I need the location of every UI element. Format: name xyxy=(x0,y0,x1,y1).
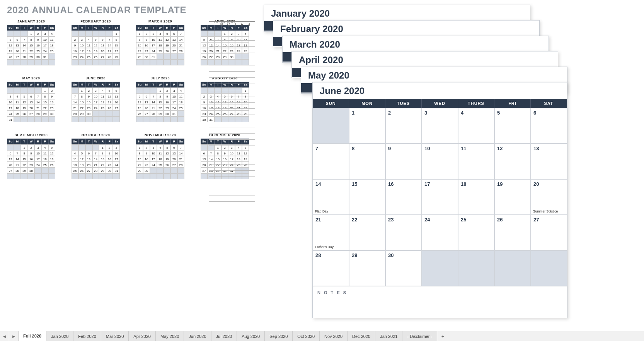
sheet-tab[interactable]: Dec 2020 xyxy=(348,331,375,341)
month-day-cell[interactable]: 17 xyxy=(422,179,458,215)
month-day-cell[interactable] xyxy=(422,250,458,286)
month-day-cell[interactable]: 1 xyxy=(349,108,385,144)
mini-day-cell: 31 xyxy=(150,54,157,60)
mini-day-header: Sa xyxy=(177,82,184,87)
mini-day-cell: 9 xyxy=(201,99,208,105)
sheet-tab[interactable]: Full 2020 xyxy=(19,331,46,341)
mini-day-cell: 18 xyxy=(177,99,184,105)
tab-add-button[interactable]: + xyxy=(437,331,448,341)
month-day-cell[interactable]: 18 xyxy=(458,179,494,215)
mini-day-cell xyxy=(21,173,28,179)
mini-day-cell: 5 xyxy=(106,87,113,93)
mini-day-cell xyxy=(201,173,208,179)
month-day-cell[interactable]: 13 xyxy=(531,144,567,179)
month-day-cell[interactable]: 9 xyxy=(385,144,422,179)
mini-day-cell: 26 xyxy=(48,162,55,168)
sheet-tab[interactable]: Jan 2021 xyxy=(375,331,402,341)
mini-day-cell xyxy=(78,173,85,179)
day-number: 22 xyxy=(352,217,383,223)
month-day-cell[interactable]: 6 xyxy=(531,108,567,144)
month-day-cell[interactable]: 22 xyxy=(349,215,385,250)
mini-day-header: R xyxy=(34,82,41,87)
month-day-cell[interactable]: 2 xyxy=(385,108,422,144)
sheet-tab[interactable]: Jan 2020 xyxy=(46,331,73,341)
mini-day-cell xyxy=(99,117,106,122)
month-day-cell[interactable]: 23 xyxy=(385,215,422,250)
day-event-label: Father's Day xyxy=(315,245,334,249)
sheet-tab[interactable]: Jun 2020 xyxy=(184,331,211,341)
month-day-cell[interactable]: 25 xyxy=(458,215,494,250)
mini-day-header: Su xyxy=(136,139,143,144)
month-day-cell[interactable]: 10 xyxy=(422,144,458,179)
month-day-cell[interactable] xyxy=(531,250,567,286)
month-day-cell[interactable]: 29 xyxy=(349,250,385,286)
sheet-tab[interactable]: May 2020 xyxy=(156,331,184,341)
mini-day-cell: 8 xyxy=(157,93,164,99)
month-day-cell[interactable]: 30 xyxy=(385,250,422,286)
month-day-cell[interactable]: 8 xyxy=(349,144,385,179)
mini-day-cell: 14 xyxy=(72,99,78,105)
month-day-cell[interactable]: 7 xyxy=(313,144,349,179)
sheet-tab[interactable]: Apr 2020 xyxy=(129,331,156,341)
month-day-cell[interactable] xyxy=(313,108,349,144)
month-day-cell[interactable] xyxy=(458,250,494,286)
mini-day-cell: 26 xyxy=(164,162,170,168)
month-day-cell[interactable]: 12 xyxy=(494,144,531,179)
month-day-cell[interactable]: 4 xyxy=(458,108,494,144)
sheet-tab[interactable]: Oct 2020 xyxy=(293,331,320,341)
month-day-cell[interactable]: 16 xyxy=(385,179,422,215)
mini-day-cell: 24 xyxy=(92,105,99,111)
mini-day-cell xyxy=(150,173,157,179)
mini-day-cell: 16 xyxy=(106,156,113,162)
month-day-cell[interactable]: 11 xyxy=(458,144,494,179)
month-day-cell[interactable]: 19 xyxy=(494,179,531,215)
mini-day-cell: 19 xyxy=(106,99,113,105)
month-day-cell[interactable] xyxy=(494,250,531,286)
notes-line xyxy=(209,65,255,72)
mini-day-cell: 19 xyxy=(78,162,85,168)
sheet-tab[interactable]: Mar 2020 xyxy=(101,331,129,341)
sheet-tab[interactable]: Jul 2020 xyxy=(211,331,237,341)
mini-day-cell: 2 xyxy=(143,144,150,150)
sheet-tab[interactable]: - Disclaimer - xyxy=(402,331,437,341)
notes-line xyxy=(209,189,255,195)
month-day-cell[interactable]: 24 xyxy=(422,215,458,250)
mini-calendar-title: JUNE 2020 xyxy=(72,76,120,80)
month-day-cell[interactable]: 3 xyxy=(422,108,458,144)
notes-line xyxy=(209,127,255,134)
month-day-cell[interactable]: 27 xyxy=(531,215,567,250)
mini-day-cell xyxy=(85,173,92,179)
sheet-tab[interactable]: Aug 2020 xyxy=(237,331,265,341)
mini-day-cell xyxy=(78,60,85,65)
mini-day-cell: 25 xyxy=(85,54,92,60)
mini-calendar-title: OCTOBER 2020 xyxy=(72,133,120,137)
mini-day-cell: 17 xyxy=(170,99,177,105)
month-day-cell[interactable]: 26 xyxy=(494,215,531,250)
month-day-cell[interactable]: 14Flag Day xyxy=(313,179,349,215)
month-day-cell[interactable]: 20Summer Solstice xyxy=(531,179,567,215)
mini-day-cell: 6 xyxy=(170,31,177,36)
mini-day-header: W xyxy=(92,25,99,31)
month-day-cell[interactable]: 5 xyxy=(494,108,531,144)
mini-day-cell xyxy=(113,111,120,117)
mini-day-cell: 8 xyxy=(113,36,120,42)
mini-day-cell: 23 xyxy=(106,162,113,168)
mini-day-cell: 20 xyxy=(28,105,35,111)
mini-day-cell: 4 xyxy=(14,93,21,99)
mini-day-cell: 5 xyxy=(7,36,14,42)
mini-day-cell: 26 xyxy=(92,54,99,60)
mini-day-cell: 11 xyxy=(177,93,184,99)
month-day-cell[interactable]: 15 xyxy=(349,179,385,215)
mini-day-cell: 29 xyxy=(41,111,48,117)
month-day-cell[interactable]: 21Father's Day xyxy=(313,215,349,250)
mini-day-cell xyxy=(28,117,35,122)
mini-day-cell: 21 xyxy=(150,105,157,111)
tab-nav-left-icon[interactable]: ◄ xyxy=(0,331,9,341)
tab-nav-right-icon[interactable]: ► xyxy=(9,331,19,341)
mini-day-cell: 9 xyxy=(143,36,150,42)
mini-day-cell: 2 xyxy=(85,87,92,93)
sheet-tab[interactable]: Feb 2020 xyxy=(73,331,101,341)
month-day-cell[interactable]: 28 xyxy=(313,250,349,286)
sheet-tab[interactable]: Sep 2020 xyxy=(265,331,293,341)
sheet-tab[interactable]: Nov 2020 xyxy=(320,331,348,341)
